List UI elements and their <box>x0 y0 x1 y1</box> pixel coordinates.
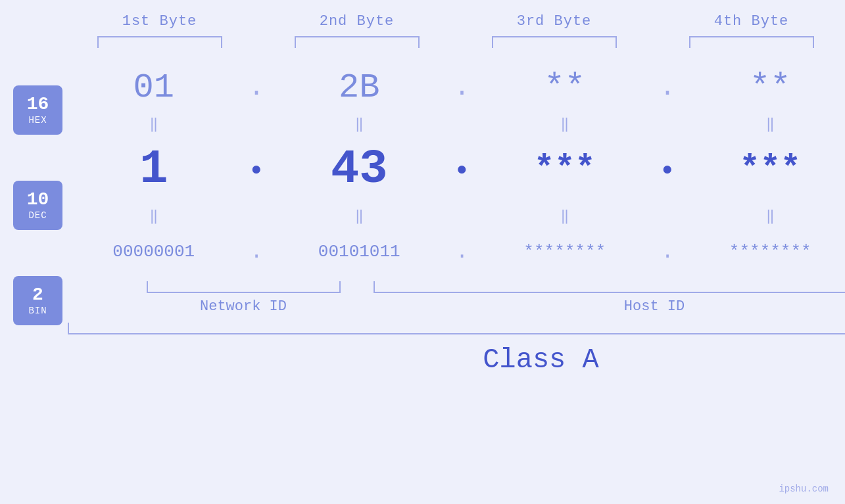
dec-badge-num: 10 <box>27 190 49 210</box>
bin-dot-2: . <box>446 240 479 264</box>
hex-badge: 16 HEX <box>13 85 62 135</box>
host-bracket <box>374 281 846 293</box>
eq2-2: ‖ <box>273 207 446 225</box>
bin-badge-num: 2 <box>32 285 43 306</box>
hex-badge-label: HEX <box>28 115 47 126</box>
hex-val-1: 01 <box>133 68 174 107</box>
class-label: Class A <box>147 344 846 376</box>
bracket-cell-3 <box>456 36 653 48</box>
dec-cell-1: 1 <box>68 146 241 193</box>
dec-row: 1 ● 43 ● *** ● *** <box>68 133 846 206</box>
bracket-1 <box>97 36 222 48</box>
dec-val-4: *** <box>739 152 801 187</box>
dec-dot-3: ● <box>651 160 684 180</box>
byte-header-3: 3rd Byte <box>456 13 653 30</box>
hex-cell-3: ** <box>479 68 652 107</box>
dec-val-1: 1 <box>139 146 168 193</box>
dec-dot-2: ● <box>446 160 479 180</box>
bin-val-1: 00000001 <box>112 242 195 262</box>
network-bracket <box>147 281 341 293</box>
dec-cell-4: *** <box>684 152 845 187</box>
hex-dot-3: . <box>651 73 684 103</box>
dec-val-2: 43 <box>331 146 387 193</box>
eq-1: ‖ <box>68 115 241 133</box>
hex-row: 01 . 2B . ** . ** <box>68 61 846 114</box>
bin-cell-1: 00000001 <box>68 242 241 262</box>
bin-row: 00000001 . 00101011 . ******** . *******… <box>68 225 846 278</box>
full-bottom-bracket <box>68 323 846 334</box>
equals-row-2: ‖ ‖ ‖ ‖ <box>68 206 846 225</box>
eq2-4: ‖ <box>684 207 845 225</box>
hex-badge-num: 16 <box>27 95 49 115</box>
id-section: Network ID Host ID <box>147 281 846 315</box>
bracket-cell-2 <box>258 36 456 48</box>
bracket-gap <box>341 281 374 293</box>
attribution: ipshu.com <box>779 484 829 494</box>
dec-cell-3: *** <box>479 152 652 187</box>
bin-dot-3: . <box>651 240 684 264</box>
bottom-bracket-row <box>147 281 846 293</box>
hex-dot-1: . <box>240 73 273 103</box>
bin-cell-4: ******** <box>684 242 845 262</box>
host-id-label: Host ID <box>374 298 846 315</box>
hex-dot-2: . <box>446 73 479 103</box>
bracket-2 <box>295 36 420 48</box>
equals-row-1: ‖ ‖ ‖ ‖ <box>68 114 846 133</box>
hex-val-2: 2B <box>339 68 379 107</box>
eq-4: ‖ <box>684 115 845 133</box>
byte-headers: 1st Byte 2nd Byte 3rd Byte 4th Byte <box>61 13 846 30</box>
hex-cell-1: 01 <box>68 68 241 107</box>
eq2-3: ‖ <box>479 207 652 225</box>
eq-2: ‖ <box>273 115 446 133</box>
bin-val-3: ******** <box>523 242 606 262</box>
badge-column: 16 HEX 10 DEC 2 BIN <box>13 85 62 325</box>
hex-cell-4: ** <box>684 68 845 107</box>
bin-val-2: 00101011 <box>318 242 400 262</box>
dec-val-3: *** <box>534 152 596 187</box>
dec-badge: 10 DEC <box>13 181 62 230</box>
bin-val-4: ******** <box>729 242 811 262</box>
byte-header-1: 1st Byte <box>61 13 258 30</box>
grid-container: 01 . 2B . ** . ** ‖ ‖ <box>68 61 846 376</box>
bin-cell-2: 00101011 <box>273 242 446 262</box>
bin-cell-3: ******** <box>479 242 652 262</box>
id-labels: Network ID Host ID <box>147 298 846 315</box>
dec-badge-label: DEC <box>28 210 47 221</box>
hex-val-4: ** <box>750 68 790 107</box>
network-id-label: Network ID <box>147 298 341 315</box>
bracket-cell-1 <box>61 36 258 48</box>
top-bracket-row <box>61 36 846 48</box>
dec-dot-1: ● <box>240 160 273 180</box>
eq-3: ‖ <box>479 115 652 133</box>
main-container: 1st Byte 2nd Byte 3rd Byte 4th Byte 16 H… <box>0 0 845 504</box>
dec-cell-2: 43 <box>273 146 446 193</box>
bracket-3 <box>492 36 617 48</box>
byte-header-4: 4th Byte <box>653 13 846 30</box>
eq2-1: ‖ <box>68 207 241 225</box>
hex-cell-2: 2B <box>273 68 446 107</box>
byte-header-2: 2nd Byte <box>258 13 456 30</box>
bin-badge-label: BIN <box>28 306 47 316</box>
hex-val-3: ** <box>544 68 585 107</box>
bracket-4 <box>689 36 814 48</box>
bin-dot-1: . <box>240 240 273 264</box>
bracket-cell-4 <box>653 36 846 48</box>
bin-badge: 2 BIN <box>13 276 62 325</box>
